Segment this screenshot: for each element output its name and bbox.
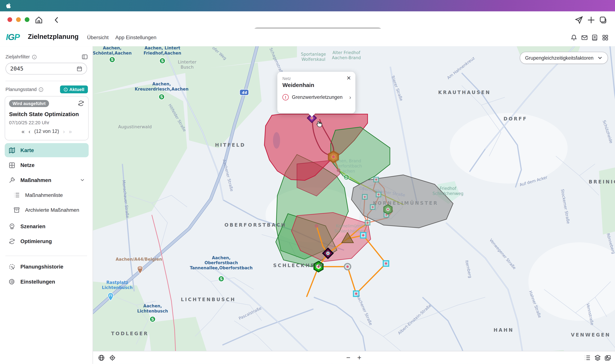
imagery-icon[interactable] xyxy=(604,354,611,361)
popup-link-label: Grenzwertverletzungen xyxy=(292,94,342,100)
info-icon xyxy=(63,87,68,92)
map-popup: Netz ✕ Weidenhain ! Grenzwertverletzunge… xyxy=(277,72,355,113)
grid-icon xyxy=(9,162,15,169)
layers-icon[interactable] xyxy=(594,354,601,361)
app-title: Zielnetzplanung xyxy=(28,33,79,41)
poi-label: Friedhof xyxy=(440,186,457,191)
share-icon[interactable] xyxy=(575,16,583,24)
list-icon xyxy=(13,192,20,198)
basemap-globe-icon[interactable] xyxy=(98,354,105,361)
browser-toolbar: igp.envelio.de xyxy=(0,11,615,29)
overlay-select[interactable]: Grupengleichzeitigkeitsfaktoren xyxy=(520,52,608,64)
station-label: Aachen, Lintert xyxy=(144,46,180,50)
sbahn-station-icon[interactable]: S xyxy=(150,316,155,322)
target-year-input[interactable]: 2045 xyxy=(5,63,87,75)
poi-label: Aachen-Brand xyxy=(332,55,361,60)
marker-teal-square[interactable] xyxy=(374,177,379,182)
nav-app-settings[interactable]: App Einstellungen xyxy=(115,35,157,40)
chevron-down-icon xyxy=(597,55,602,60)
sidebar-item-label: Netze xyxy=(20,162,34,168)
town-label: BREINIG xyxy=(589,179,615,184)
sidebar-item-netze[interactable]: Netze xyxy=(5,158,89,172)
area-label: Busch xyxy=(181,65,194,70)
sbahn-station-icon[interactable]: S xyxy=(159,58,165,64)
sidebar-item-szenarien[interactable]: Szenarien xyxy=(5,219,89,233)
docs-book-icon[interactable] xyxy=(591,34,598,41)
window-minimize-button[interactable] xyxy=(16,17,21,22)
sbahn-station-icon[interactable]: S xyxy=(343,174,349,180)
window-close-button[interactable] xyxy=(8,17,12,22)
marker-pink-dot[interactable] xyxy=(337,169,340,172)
map-canvas[interactable]: SSSSSS44 HITFELDOBERFORSTBACHSCHLECKHEIM… xyxy=(93,46,615,364)
sidebar-item-massnahmenliste[interactable]: Maßnahmenliste xyxy=(5,188,89,202)
station-label: Aachen, xyxy=(152,82,171,86)
sbahn-station-icon[interactable]: S xyxy=(159,94,164,100)
marker-cyan-square[interactable] xyxy=(383,261,389,266)
app-grid-icon[interactable] xyxy=(602,34,609,41)
pager-next-button[interactable]: › xyxy=(63,129,65,134)
sidebar-item-einstellungen[interactable]: Einstellungen xyxy=(5,274,89,288)
igp-logo[interactable]: IGP xyxy=(6,32,20,42)
sbahn-station-icon[interactable]: S xyxy=(218,276,224,282)
macos-menubar xyxy=(0,0,615,11)
sidebar: Zieljahrfilter 2045 Planungsstand Aktuel… xyxy=(0,46,93,364)
sidebar-item-label: Karte xyxy=(20,147,34,153)
nav-overview[interactable]: Übersicht xyxy=(87,35,109,40)
sidebar-item-label: Einstellungen xyxy=(20,279,55,285)
sidebar-item-massnahmen[interactable]: Maßnahmen xyxy=(5,173,89,187)
calendar-icon[interactable] xyxy=(77,66,82,72)
station-label: Aachen, xyxy=(212,255,231,260)
collapse-panel-icon[interactable] xyxy=(82,54,88,60)
refresh-icon[interactable] xyxy=(78,100,84,107)
town-label: HITFELD xyxy=(215,142,245,148)
poi-label: Sportanlage xyxy=(301,52,326,57)
popup-violations-link[interactable]: ! Grenzwertverletzungen › xyxy=(282,94,351,100)
marker-gray-circle[interactable] xyxy=(344,264,351,270)
legend-list-icon[interactable] xyxy=(584,354,591,361)
sidebar-item-planungshistorie[interactable]: Planungshistorie xyxy=(5,260,89,274)
sidebar-item-label: Maßnahmen xyxy=(20,177,51,183)
warning-icon: ! xyxy=(282,94,289,100)
station-label: Friedhof,Aachen xyxy=(144,51,181,55)
info-icon[interactable] xyxy=(32,54,37,60)
pager-prev-button[interactable]: ‹ xyxy=(28,129,30,134)
sidebar-item-optimierung[interactable]: Optimierung xyxy=(5,234,89,248)
home-icon[interactable] xyxy=(35,16,43,24)
map-controls-bar: − + xyxy=(93,351,615,364)
info-icon[interactable] xyxy=(39,87,44,92)
pager-last-button[interactable]: » xyxy=(69,129,72,134)
tabs-overview-icon[interactable] xyxy=(599,16,607,24)
back-icon[interactable] xyxy=(53,16,61,24)
station-label: Tannenallee,Oberforstbach xyxy=(190,265,253,270)
station-label: Aachen, xyxy=(143,304,162,308)
sidebar-item-label: Maßnahmenliste xyxy=(25,192,63,198)
locate-crosshair-icon[interactable] xyxy=(109,354,116,361)
divider xyxy=(5,81,87,81)
poi-label: chen, Brand xyxy=(336,158,361,163)
marker-pink-dot[interactable] xyxy=(315,224,318,228)
marker-green-hex-dim[interactable] xyxy=(384,205,392,214)
poi-label: achen xyxy=(342,169,355,173)
town-label: HAHN xyxy=(494,327,514,333)
messages-envelope-icon[interactable] xyxy=(581,34,588,41)
marker-teal-square[interactable] xyxy=(362,195,367,199)
notifications-bell-icon[interactable] xyxy=(570,34,577,41)
history-icon xyxy=(9,263,15,270)
close-icon[interactable]: ✕ xyxy=(347,75,351,81)
pin-label: Aachen/A44/Belgien xyxy=(116,257,162,262)
pager-first-button[interactable]: « xyxy=(22,129,25,134)
job-title: Switch State Optimization xyxy=(9,111,79,117)
apple-logo-icon xyxy=(5,2,12,9)
status-badge-aktuell[interactable]: Aktuell xyxy=(60,85,88,93)
station-label: Lichtenbusch xyxy=(137,309,168,313)
poi-label: Schildchenweg xyxy=(432,191,463,196)
sidebar-item-karte[interactable]: Karte xyxy=(5,143,89,157)
poi-label: Schleckheimer S xyxy=(334,229,369,234)
sbahn-station-icon[interactable]: S xyxy=(109,57,115,62)
new-tab-icon[interactable] xyxy=(587,16,595,24)
sidebar-item-archivierte-massnahmen[interactable]: Archivierte Maßnahmen xyxy=(5,203,89,217)
window-zoom-button[interactable] xyxy=(25,17,29,22)
zoom-in-button[interactable]: + xyxy=(356,354,363,361)
zoom-out-button[interactable]: − xyxy=(345,354,352,361)
town-label: TODLEGER xyxy=(111,331,149,336)
